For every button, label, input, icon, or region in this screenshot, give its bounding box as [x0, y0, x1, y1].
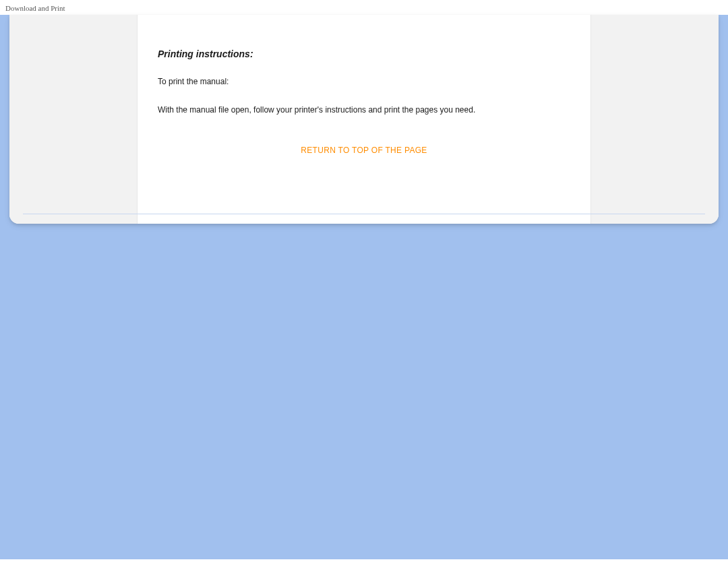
section-heading: Printing instructions: [158, 49, 570, 59]
page-header-label: Download and Print [0, 0, 728, 15]
content-card: Printing instructions: To print the manu… [9, 15, 719, 224]
left-sidebar [9, 15, 138, 224]
card-divider [23, 214, 705, 214]
main-content: Printing instructions: To print the manu… [138, 15, 590, 224]
right-sidebar [590, 15, 719, 224]
return-to-top-link[interactable]: RETURN TO TOP OF THE PAGE [158, 146, 570, 155]
page-background: Printing instructions: To print the manu… [0, 15, 728, 559]
instruction-text: With the manual file open, follow your p… [158, 104, 570, 116]
intro-text: To print the manual: [158, 75, 570, 88]
